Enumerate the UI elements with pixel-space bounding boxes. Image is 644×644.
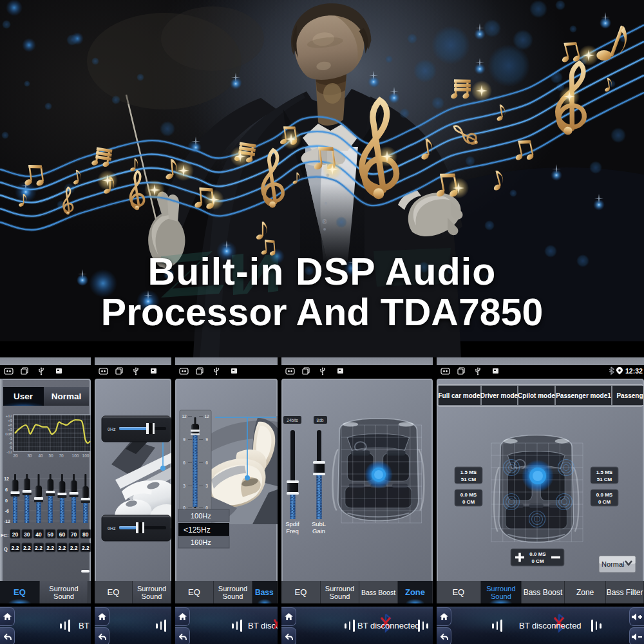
svg-text:2.2: 2.2	[35, 545, 43, 551]
svg-text:51 CM: 51 CM	[461, 477, 477, 482]
svg-text:0.0 MS: 0.0 MS	[529, 551, 546, 557]
svg-text:Q: Q	[4, 546, 8, 552]
svg-text:3: 3	[205, 484, 208, 488]
svg-text:2.2: 2.2	[82, 545, 90, 551]
svg-text:Freq: Freq	[286, 527, 299, 535]
svg-text:Gain: Gain	[312, 527, 325, 535]
svg-text:9: 9	[205, 437, 208, 442]
svg-text:Passenger mode1: Passenger mode1	[556, 392, 611, 399]
svg-text:+9: +9	[8, 419, 13, 422]
svg-text:<125Hz: <125Hz	[184, 526, 211, 535]
svg-text:SubL: SubL	[312, 520, 326, 527]
svg-text:2.2: 2.2	[58, 545, 66, 551]
svg-text:-6: -6	[9, 441, 13, 445]
svg-text:8db: 8db	[317, 418, 324, 422]
svg-text:-6: -6	[5, 509, 9, 513]
svg-text:50: 50	[47, 531, 53, 538]
svg-text:+3: +3	[8, 428, 13, 431]
svg-text:100: 100	[82, 453, 90, 458]
svg-text:0Hz: 0Hz	[108, 427, 116, 431]
svg-text:20: 20	[12, 531, 19, 538]
svg-text:160Hz: 160Hz	[191, 538, 211, 546]
svg-text:Driver mode: Driver mode	[480, 392, 518, 399]
svg-text:0: 0	[5, 498, 8, 503]
svg-text:12: 12	[182, 414, 187, 419]
svg-text:1.5 MS: 1.5 MS	[460, 469, 477, 475]
svg-text:2.2: 2.2	[46, 545, 54, 551]
svg-text:0 CM: 0 CM	[462, 499, 475, 505]
svg-text:24bits: 24bits	[287, 418, 298, 422]
svg-text:6: 6	[183, 460, 185, 465]
svg-text:0.0 MS: 0.0 MS	[460, 492, 477, 498]
svg-text:20: 20	[13, 453, 18, 458]
svg-text:70: 70	[71, 531, 77, 538]
svg-text:Full car mode: Full car mode	[438, 392, 480, 399]
svg-text:40: 40	[35, 531, 42, 538]
svg-text:1.5 MS: 1.5 MS	[596, 469, 613, 475]
svg-text:40: 40	[38, 453, 43, 458]
svg-text:6: 6	[5, 488, 8, 492]
svg-text:60: 60	[59, 531, 66, 538]
svg-text:+6: +6	[8, 423, 13, 427]
svg-text:100: 100	[72, 453, 79, 458]
svg-text:80: 80	[82, 531, 89, 538]
svg-text:-3: -3	[9, 437, 13, 440]
svg-text:0Hz: 0Hz	[108, 526, 116, 531]
svg-text:0dB: 0dB	[5, 432, 12, 436]
svg-text:100Hz: 100Hz	[191, 512, 211, 520]
svg-text:Normal: Normal	[52, 392, 82, 401]
svg-text:6: 6	[205, 460, 208, 465]
svg-text:70: 70	[59, 453, 64, 458]
svg-text:0 CM: 0 CM	[598, 499, 611, 505]
svg-text:0 CM: 0 CM	[531, 558, 544, 564]
svg-text:2.2: 2.2	[12, 545, 19, 551]
svg-text:-12: -12	[4, 519, 10, 524]
svg-text:2.2: 2.2	[23, 545, 31, 551]
svg-text:Passeng: Passeng	[616, 392, 643, 399]
svg-text:12: 12	[204, 414, 209, 419]
svg-text:User: User	[14, 392, 33, 401]
svg-text:9: 9	[183, 437, 185, 442]
svg-text:30: 30	[27, 453, 32, 458]
svg-text:51 CM: 51 CM	[597, 477, 612, 482]
svg-text:0.0 MS: 0.0 MS	[596, 492, 613, 498]
svg-text:-9: -9	[9, 446, 13, 450]
svg-text:Normal: Normal	[601, 560, 624, 568]
svg-text:®: ®	[322, 218, 327, 225]
svg-text:-12: -12	[6, 450, 12, 454]
svg-text:Spdif: Spdif	[285, 520, 299, 527]
svg-text:FC:: FC:	[1, 533, 9, 538]
svg-text:50: 50	[48, 453, 53, 458]
svg-text:Cpilot mode: Cpilot mode	[518, 392, 555, 399]
svg-text:12: 12	[4, 477, 9, 481]
svg-text:+12: +12	[6, 414, 13, 418]
svg-text:3: 3	[183, 484, 185, 488]
svg-text:2.2: 2.2	[70, 545, 78, 551]
svg-text:30: 30	[24, 531, 30, 538]
